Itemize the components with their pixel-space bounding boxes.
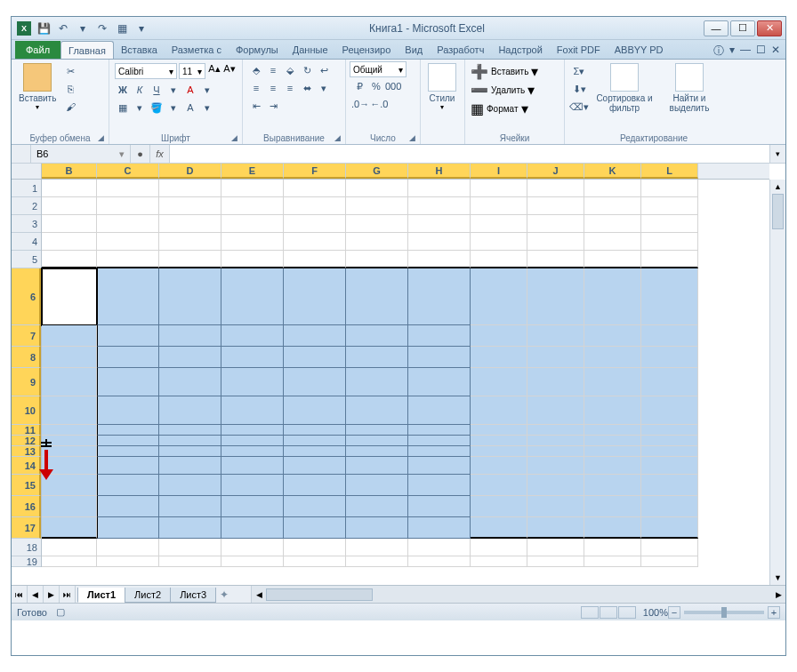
ribbon-minimize-icon[interactable]: ▾ [729,44,735,59]
doc-restore-icon[interactable]: ☐ [756,44,766,59]
view-layout-icon[interactable] [600,606,617,619]
namebox-dropdown[interactable] [12,145,31,163]
cell-G8[interactable] [346,347,408,368]
cell-F4[interactable] [284,233,346,251]
zoom-knob[interactable] [721,607,727,618]
cells-format-button[interactable]: ▦Формат ▾ [471,100,528,117]
cell-D5[interactable] [159,251,221,268]
clear-icon[interactable]: ⌫▾ [570,99,588,115]
cell-H1[interactable] [408,180,471,197]
cell-H3[interactable] [408,215,471,233]
grow-font-icon[interactable]: A▴ [207,63,221,79]
cell-B8[interactable] [42,347,97,368]
zoom-value[interactable]: 100% [643,607,668,618]
cell-F7[interactable] [284,325,346,347]
tab-главная[interactable]: Главная [60,41,114,59]
cell-K7[interactable] [584,325,641,347]
cell-F8[interactable] [284,347,346,368]
undo-icon[interactable]: ↶ [54,20,72,37]
cell-L11[interactable] [641,425,698,436]
zoom-in-button[interactable]: + [768,606,780,619]
cell-D7[interactable] [159,325,221,347]
cell-B4[interactable] [42,233,97,251]
tab-разработч[interactable]: Разработч [430,41,491,59]
cell-H15[interactable] [408,475,471,496]
cell-I15[interactable] [471,475,527,496]
col-header-C[interactable]: C [97,164,159,179]
merge-icon[interactable]: ⬌ [299,80,315,96]
view-normal-icon[interactable] [581,606,599,619]
cell-E7[interactable] [221,325,284,347]
align-bottom-icon[interactable]: ⬙ [282,62,298,78]
row-header-10[interactable]: 10 [12,396,41,425]
cell-I5[interactable] [471,251,527,268]
cell-F11[interactable] [284,425,346,436]
cell-H16[interactable] [408,496,471,517]
cell-K16[interactable] [584,496,641,517]
cell-H11[interactable] [408,425,471,436]
copy-icon[interactable]: ⎘ [61,81,79,97]
cut-icon[interactable]: ✂ [61,63,79,79]
row-header-16[interactable]: 16 [12,496,41,517]
doc-close-icon[interactable]: ✕ [771,44,780,59]
minimize-button[interactable]: — [704,20,729,36]
cell-D12[interactable] [159,436,221,446]
inc-decimal-icon[interactable]: .0→ [351,96,369,112]
sheet-nav-prev-icon[interactable]: ◀ [28,586,44,603]
styles-button[interactable]: Стили ▾ [424,61,460,113]
cell-I9[interactable] [471,368,527,396]
dec-decimal-icon[interactable]: ←.0 [370,96,388,112]
cell-B16[interactable] [42,496,97,517]
cell-H8[interactable] [408,347,471,368]
cell-D13[interactable] [159,446,221,457]
macro-record-icon[interactable]: ▢ [56,606,65,618]
cell-J10[interactable] [527,396,584,425]
cell-C10[interactable] [97,396,159,425]
font-launcher-icon[interactable]: ◢ [231,133,240,142]
sheet-nav-last-icon[interactable]: ⏭ [60,586,76,603]
fill-dropdown-icon[interactable]: ▾ [165,100,181,116]
row-header-17[interactable]: 17 [12,517,41,539]
cells-insert-button[interactable]: ➕Вставить ▾ [471,63,538,80]
cell-C17[interactable] [97,517,159,539]
indent-dec-icon[interactable]: ⇤ [248,98,264,114]
cell-B3[interactable] [42,215,97,233]
cell-B2[interactable] [42,197,97,215]
row-header-13[interactable]: 13 [12,446,41,457]
cell-L9[interactable] [641,368,698,396]
hscroll-right-icon[interactable]: ▶ [771,590,785,599]
cell-E2[interactable] [221,197,284,215]
cell-G10[interactable] [346,396,408,425]
cell-L19[interactable] [641,556,698,567]
format-painter-icon[interactable]: 🖌 [61,99,79,115]
cell-F2[interactable] [284,197,346,215]
cell-I12[interactable] [471,436,527,446]
cell-G11[interactable] [346,425,408,436]
cell-I4[interactable] [471,233,527,251]
cell-E18[interactable] [221,539,284,556]
cell-D1[interactable] [159,180,221,197]
cell-L18[interactable] [641,539,698,556]
cell-E5[interactable] [221,251,284,268]
fx-button[interactable]: fx [150,145,170,163]
cell-I17[interactable] [471,517,527,539]
tab-формулы[interactable]: Формулы [229,41,286,59]
col-header-I[interactable]: I [471,164,527,179]
cell-C15[interactable] [97,475,159,496]
cell-K3[interactable] [584,215,641,233]
col-header-H[interactable]: H [408,164,471,179]
cell-B18[interactable] [42,539,97,556]
cell-I8[interactable] [471,347,527,368]
cell-F19[interactable] [284,556,346,567]
align-right-icon[interactable]: ≡ [282,80,298,96]
cell-H17[interactable] [408,517,471,539]
cell-B6[interactable] [42,268,97,325]
cell-K5[interactable] [584,251,641,268]
cell-B19[interactable] [42,556,97,567]
cell-C18[interactable] [97,539,159,556]
cell-C6[interactable] [97,268,159,325]
orientation-icon[interactable]: ↻ [299,62,315,78]
cell-I6[interactable] [471,268,527,325]
cell-E11[interactable] [221,425,284,436]
cell-E1[interactable] [221,180,284,197]
